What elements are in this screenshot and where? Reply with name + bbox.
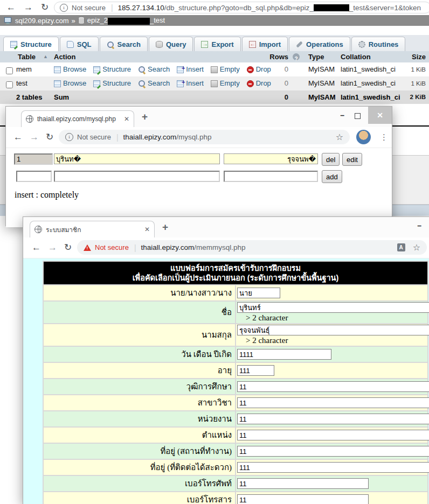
- row-checkbox[interactable]: [6, 67, 13, 74]
- fax-field[interactable]: [237, 494, 369, 504]
- info-icon[interactable]: i: [65, 133, 73, 141]
- magnifier-icon: [138, 80, 146, 87]
- close-icon[interactable]: ✕: [368, 107, 392, 124]
- education-field[interactable]: [237, 381, 429, 392]
- col-rows[interactable]: Rows: [253, 51, 288, 62]
- record-name-field[interactable]: [54, 153, 220, 164]
- breadcrumb-db[interactable]: epiz_2_test: [87, 16, 165, 24]
- redacted-db-name: [108, 18, 150, 25]
- age-field[interactable]: [237, 365, 274, 376]
- action-search[interactable]: Search: [138, 76, 170, 90]
- col-table[interactable]: Table: [18, 51, 36, 62]
- address-bar[interactable]: i Not secure | thaiall.epizy.com/mysql.p…: [59, 130, 350, 144]
- browser3-tab[interactable]: ระบบสมาชิก ✕: [30, 221, 155, 237]
- col-type[interactable]: Type: [308, 51, 324, 62]
- info-icon[interactable]: i: [60, 4, 68, 12]
- contact-address-field[interactable]: [237, 462, 429, 473]
- address-bar[interactable]: Not secure | thaiall.epizy.com/memmysql.…: [77, 240, 427, 255]
- new-id-field[interactable]: [16, 171, 52, 182]
- major-field[interactable]: [237, 397, 429, 408]
- tab-routines[interactable]: Routines: [351, 37, 406, 51]
- action-search[interactable]: Search: [138, 62, 170, 76]
- tab-operations[interactable]: Operations: [289, 37, 350, 51]
- bookmark-star-icon[interactable]: ☆: [413, 242, 420, 253]
- minimize-icon[interactable]: –: [417, 221, 421, 230]
- new-surname-field[interactable]: [224, 171, 318, 182]
- address-bar[interactable]: i Not secure | 185.27.134.10/db_structur…: [54, 2, 429, 13]
- tab-import[interactable]: Import: [242, 37, 288, 51]
- back-icon[interactable]: ←: [6, 0, 16, 15]
- tab-structure[interactable]: Structure: [3, 37, 59, 51]
- reload-icon[interactable]: ↻: [41, 0, 49, 15]
- bookmark-star-icon[interactable]: ☆: [336, 132, 343, 142]
- action-insert[interactable]: Insert: [177, 62, 204, 76]
- back-icon[interactable]: ←: [32, 240, 41, 255]
- pma-tab-strip: Structure SQL Search Query Export Import…: [0, 26, 429, 51]
- work-address-field[interactable]: [237, 446, 429, 457]
- action-browse[interactable]: Browse: [54, 62, 86, 76]
- warning-triangle-icon[interactable]: [84, 244, 91, 251]
- back-icon[interactable]: ←: [13, 130, 23, 145]
- row-checkbox[interactable]: [6, 81, 13, 88]
- del-button[interactable]: del: [322, 153, 340, 166]
- browser2-tab[interactable]: thaiall.epizy.com/mysql.php ✕: [21, 110, 134, 127]
- sort-asc-icon: ▲: [43, 51, 48, 62]
- reload-icon[interactable]: ↻: [64, 240, 72, 255]
- forward-icon[interactable]: →: [30, 130, 39, 145]
- table-name[interactable]: mem: [16, 62, 32, 76]
- minimize-icon[interactable]: –: [340, 111, 344, 120]
- form-row: เบอร์โทรสาร: [44, 492, 427, 504]
- position-field[interactable]: [237, 430, 429, 440]
- organization-field[interactable]: [237, 414, 429, 424]
- action-empty[interactable]: Empty: [211, 62, 240, 76]
- record-surname-field[interactable]: [224, 153, 318, 164]
- reload-icon[interactable]: ↻: [46, 130, 53, 145]
- new-tab-icon[interactable]: +: [142, 111, 148, 123]
- sum-collation: latin1_swedish_ci: [341, 90, 400, 104]
- add-button[interactable]: add: [322, 170, 342, 183]
- drop-minus-icon: [247, 66, 254, 73]
- action-empty[interactable]: Empty: [211, 76, 240, 90]
- action-browse[interactable]: Browse: [54, 76, 86, 90]
- action-structure[interactable]: Structure: [93, 76, 131, 90]
- breadcrumb-server[interactable]: sql209.epizy.com: [15, 17, 68, 25]
- title-field[interactable]: [237, 288, 280, 298]
- action-insert[interactable]: Insert: [177, 76, 204, 90]
- avatar[interactable]: [356, 130, 371, 144]
- col-collation[interactable]: Collation: [341, 51, 371, 62]
- forward-icon[interactable]: →: [48, 240, 57, 255]
- help-icon[interactable]: ?: [293, 53, 300, 60]
- menu-dots-icon[interactable]: ⋮: [380, 132, 388, 142]
- record-id-field[interactable]: [14, 153, 53, 165]
- tab-query[interactable]: Query: [149, 37, 193, 51]
- form-row: ที่อยู่ (ที่ติดต่อได้สะดวก): [44, 460, 427, 475]
- tab-close-icon[interactable]: ✕: [144, 226, 150, 233]
- table-name[interactable]: test: [16, 76, 27, 90]
- new-tab-icon[interactable]: +: [162, 221, 168, 233]
- tab-close-icon[interactable]: ✕: [124, 115, 129, 123]
- col-size[interactable]: Size: [400, 51, 426, 62]
- edit-button[interactable]: edit: [342, 153, 362, 166]
- table-browse-icon: [54, 66, 61, 73]
- tab-sql[interactable]: SQL: [60, 37, 99, 51]
- browser2-titlebar[interactable]: thaiall.epizy.com/mysql.php ✕ + – ✕: [6, 107, 392, 127]
- field-label: วุฒิการศึกษา: [44, 379, 235, 394]
- field-label: วัน เดือน ปีเกิด: [44, 347, 235, 362]
- translate-icon[interactable]: A: [397, 243, 405, 251]
- birthdate-field[interactable]: [237, 349, 331, 360]
- new-name-field[interactable]: [54, 171, 220, 182]
- not-secure-badge: Not secure: [77, 133, 111, 141]
- lastname-field[interactable]: [237, 325, 429, 335]
- firstname-field[interactable]: [237, 302, 429, 313]
- url-host: 185.27.134.10: [118, 4, 164, 12]
- forward-icon[interactable]: →: [24, 0, 33, 15]
- phone-field[interactable]: [237, 478, 369, 489]
- table-browse-icon: [54, 80, 61, 87]
- tab-export[interactable]: Export: [194, 37, 240, 51]
- tab-search[interactable]: Search: [100, 37, 148, 51]
- action-structure[interactable]: Structure: [93, 62, 131, 76]
- sum-size: 2 KiB: [400, 90, 426, 104]
- maximize-icon[interactable]: [355, 113, 361, 119]
- browser3-titlebar[interactable]: ระบบสมาชิก ✕ + –: [23, 217, 429, 237]
- tables-count: 2 tables: [16, 90, 42, 104]
